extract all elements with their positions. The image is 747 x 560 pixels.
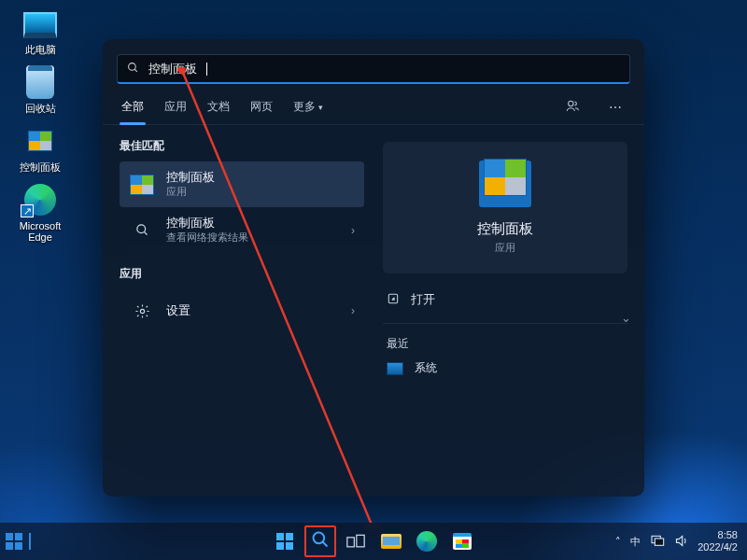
svg-line-4 (144, 231, 147, 234)
action-open-label: 打开 (411, 292, 435, 308)
result-subtitle: 查看网络搜索结果 (166, 231, 248, 245)
feedback-icon[interactable] (560, 92, 586, 121)
file-explorer-button[interactable] (375, 525, 407, 557)
svg-point-2 (569, 101, 573, 105)
recycle-bin-icon (26, 65, 54, 99)
svg-rect-11 (357, 535, 364, 547)
search-icon (127, 62, 139, 77)
time: 8:58 (698, 529, 738, 541)
preview-title: 控制面板 (398, 220, 613, 238)
desktop-icon-edge[interactable]: ↗ Microsoft Edge (7, 182, 73, 243)
date: 2022/4/2 (698, 541, 738, 553)
start-corner-icon (6, 533, 22, 550)
taskbar-center (269, 525, 478, 557)
ime-indicator[interactable]: 中 (630, 535, 641, 549)
desktop-icon-label: 控制面板 (20, 161, 61, 173)
control-panel-icon (479, 161, 531, 207)
shortcut-arrow-icon: ↗ (21, 204, 34, 217)
folder-icon (381, 534, 402, 549)
tab-apps[interactable]: 应用 (162, 90, 189, 124)
result-subtitle: 应用 (166, 186, 215, 199)
volume-icon[interactable] (674, 534, 688, 550)
svg-line-9 (323, 541, 328, 546)
taskbar: ˄ 中 8:58 2022/4/2 (0, 523, 747, 560)
start-button[interactable] (269, 525, 301, 557)
desktop-icon-control-panel[interactable]: 控制面板 (7, 123, 73, 173)
search-icon (129, 217, 155, 244)
results-column: 最佳匹配 控制面板 应用 控制面板 查看网络搜索结果 › 应用 (103, 125, 374, 497)
pc-icon (23, 12, 57, 38)
action-open[interactable]: 打开 ⌄ (383, 279, 627, 321)
desktop-icon-label: 回收站 (25, 103, 56, 114)
text-cursor (206, 63, 207, 76)
recent-label: 最近 (387, 337, 627, 351)
store-button[interactable] (446, 525, 478, 557)
result-control-panel-app[interactable]: 控制面板 应用 (120, 161, 364, 207)
svg-point-3 (136, 225, 145, 233)
monitor-icon (387, 362, 403, 375)
result-title: 控制面板 (166, 170, 215, 186)
svg-point-8 (314, 532, 325, 543)
preview-subtitle: 应用 (398, 241, 613, 255)
divider (383, 323, 627, 324)
store-icon (453, 533, 472, 550)
desktop-icon-label: 此电脑 (25, 44, 56, 55)
search-icon (311, 530, 330, 553)
windows-logo-icon (276, 533, 293, 550)
desktop-icon-recycle-bin[interactable]: 回收站 (7, 64, 73, 114)
more-options-icon[interactable]: ⋯ (603, 94, 627, 120)
result-title: 控制面板 (166, 216, 248, 231)
control-panel-icon (130, 175, 154, 195)
tab-all[interactable]: 全部 (120, 90, 146, 124)
svg-point-0 (129, 63, 136, 70)
tab-web[interactable]: 网页 (248, 90, 275, 124)
svg-point-5 (140, 309, 144, 313)
svg-line-1 (134, 69, 137, 72)
desktop-icon-label: Microsoft Edge (7, 220, 73, 243)
search-input-wrapper[interactable]: 控制面板 (117, 54, 630, 84)
search-button[interactable] (304, 525, 336, 557)
search-tabs: 全部 应用 文档 网页 更多 ▾ ⋯ (103, 84, 644, 125)
chevron-down-icon[interactable]: ⌄ (621, 311, 631, 325)
chevron-right-icon: › (351, 304, 355, 317)
desktop-icon-this-pc[interactable]: 此电脑 (7, 6, 73, 55)
chevron-right-icon: › (351, 224, 355, 237)
section-apps: 应用 (120, 266, 364, 282)
result-settings[interactable]: 设置 › (120, 289, 364, 332)
preview-card: 控制面板 应用 (383, 142, 627, 273)
desktop-icons: 此电脑 回收站 控制面板 ↗ Microsoft Edge (7, 6, 73, 243)
gear-icon (129, 298, 155, 324)
open-icon (387, 292, 400, 308)
preview-column: 控制面板 应用 打开 ⌄ 最近 系统 (374, 125, 644, 497)
tab-documents[interactable]: 文档 (205, 90, 232, 124)
section-best-match: 最佳匹配 (120, 138, 364, 154)
show-hidden-icons[interactable]: ˄ (615, 536, 621, 548)
svg-rect-10 (347, 538, 355, 547)
result-title: 设置 (166, 303, 190, 319)
search-panel: 控制面板 全部 应用 文档 网页 更多 ▾ ⋯ 最佳匹配 控制面板 应用 (103, 39, 644, 497)
recent-item-system[interactable]: 系统 (383, 351, 627, 385)
clock[interactable]: 8:58 2022/4/2 (698, 529, 738, 553)
task-view-button[interactable] (340, 525, 372, 557)
recent-item-label: 系统 (415, 360, 437, 376)
tab-more[interactable]: 更多 ▾ (291, 90, 325, 124)
result-control-panel-web[interactable]: 控制面板 查看网络搜索结果 › (120, 207, 364, 253)
taskbar-left[interactable] (0, 533, 31, 550)
task-view-icon (346, 534, 365, 549)
taskbar-right: ˄ 中 8:58 2022/4/2 (615, 529, 747, 553)
edge-button[interactable] (411, 525, 443, 557)
network-icon[interactable] (650, 534, 665, 549)
svg-rect-13 (655, 539, 664, 545)
search-query-text: 控制面板 (148, 61, 197, 77)
control-panel-icon (28, 131, 52, 151)
edge-icon (416, 531, 437, 552)
